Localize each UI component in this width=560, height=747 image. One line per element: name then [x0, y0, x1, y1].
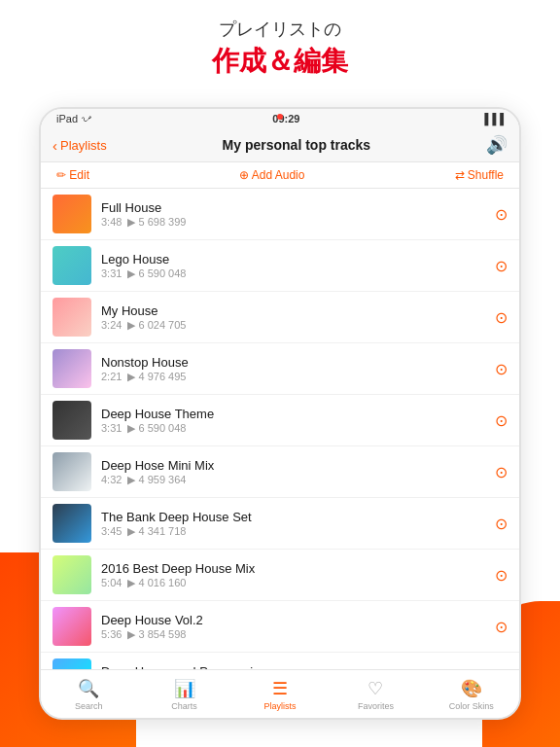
track-thumbnail — [52, 504, 91, 543]
track-info: Full House 3:48 ▶ 5 698 399 — [101, 200, 495, 229]
track-play-button[interactable]: ⊙ — [495, 360, 508, 378]
tab-bar: 🔍 Search 📊 Charts ☰ Playlists ♡ Favorite… — [41, 669, 519, 718]
page-title: 作成＆編集 — [0, 43, 560, 80]
tab-charts[interactable]: 📊 Charts — [136, 678, 231, 711]
track-name: The Bank Deep House Set — [101, 510, 495, 524]
color-skins-label: Color Skins — [449, 701, 494, 711]
tab-favorites[interactable]: ♡ Favorites — [328, 678, 423, 711]
track-play-button[interactable]: ⊙ — [495, 463, 508, 481]
track-meta: 3:31 ▶ 6 590 048 — [101, 422, 495, 435]
battery-icon: ▐▐▐ — [481, 113, 504, 124]
track-item[interactable]: Full House 3:48 ▶ 5 698 399 ⊙ — [41, 189, 519, 240]
track-info: Lego House 3:31 ▶ 6 590 048 — [101, 252, 495, 280]
track-info: My House 3:24 ▶ 6 024 705 — [101, 303, 495, 332]
track-thumbnail — [52, 298, 91, 337]
track-plays: ▶ 6 024 705 — [127, 319, 186, 332]
favorites-icon: ♡ — [368, 678, 383, 699]
search-icon: 🔍 — [78, 678, 99, 699]
color-skins-icon: 🎨 — [461, 678, 482, 699]
track-meta: 3:24 ▶ 6 024 705 — [101, 319, 495, 332]
now-playing-icon[interactable]: 🔊 — [486, 134, 508, 156]
track-list: Full House 3:48 ▶ 5 698 399 ⊙ Lego House… — [41, 189, 519, 671]
track-name: Nonstop House — [101, 355, 495, 370]
track-duration: 3:31 — [101, 422, 122, 434]
track-thumbnail — [52, 246, 91, 285]
header-section: プレイリストの 作成＆編集 — [0, 18, 560, 80]
search-label: Search — [75, 701, 103, 711]
tab-color-skins[interactable]: 🎨 Color Skins — [424, 678, 519, 711]
add-audio-button[interactable]: ⊕ Add Audio — [239, 168, 304, 182]
charts-label: Charts — [171, 701, 197, 711]
track-item[interactable]: Deep Hose Mini Mix 4:32 ▶ 4 959 364 ⊙ — [41, 446, 519, 498]
shuffle-button[interactable]: ⇄ Shuffle — [455, 168, 504, 182]
track-play-button[interactable]: ⊙ — [495, 205, 508, 224]
track-plays: ▶ 5 698 399 — [127, 216, 186, 229]
track-meta: 2:21 ▶ 4 976 495 — [101, 371, 495, 383]
track-meta: 3:31 ▶ 6 590 048 — [101, 267, 495, 280]
track-plays: ▶ 6 590 048 — [127, 422, 186, 435]
tab-playlists[interactable]: ☰ Playlists — [232, 678, 328, 711]
status-left: iPad ᜌ — [56, 113, 91, 124]
device-dot — [277, 114, 283, 120]
track-play-button[interactable]: ⊙ — [495, 257, 508, 275]
track-play-button[interactable]: ⊙ — [495, 618, 508, 636]
track-info: Deep House Theme 3:31 ▶ 6 590 048 — [101, 407, 495, 435]
track-meta: 3:48 ▶ 5 698 399 — [101, 216, 495, 229]
back-button[interactable]: ‹ Playlists — [52, 137, 107, 154]
track-play-button[interactable]: ⊙ — [495, 515, 508, 533]
track-item[interactable]: Lego House 3:31 ▶ 6 590 048 ⊙ — [41, 240, 519, 292]
track-duration: 3:45 — [101, 525, 122, 537]
track-duration: 3:48 — [101, 216, 122, 228]
track-duration: 3:31 — [101, 267, 122, 279]
page-subtitle: プレイリストの — [0, 18, 560, 41]
playlists-label: Playlists — [264, 701, 297, 711]
track-plays: ▶ 4 959 364 — [127, 474, 186, 486]
track-info: Deep House Vol.2 5:36 ▶ 3 854 598 — [101, 613, 495, 641]
track-name: Lego House — [101, 252, 495, 267]
track-thumbnail — [52, 555, 91, 594]
track-name: Deep House Theme — [101, 407, 495, 421]
track-item[interactable]: The Bank Deep House Set 3:45 ▶ 4 341 718… — [41, 498, 519, 550]
track-name: My House — [101, 303, 495, 318]
track-thumbnail — [52, 607, 91, 646]
track-meta: 5:04 ▶ 4 016 160 — [101, 577, 495, 589]
track-item[interactable]: My House 3:24 ▶ 6 024 705 ⊙ — [41, 292, 519, 343]
edit-button[interactable]: ✏ Edit — [56, 168, 89, 182]
track-meta: 3:45 ▶ 4 341 718 — [101, 525, 495, 538]
track-duration: 3:24 — [101, 319, 122, 331]
track-thumbnail — [52, 401, 91, 440]
status-right: ▐▐▐ — [481, 113, 504, 124]
nav-bar: ‹ Playlists My personal top tracks 🔊 — [41, 128, 519, 162]
track-play-button[interactable]: ⊙ — [495, 566, 508, 585]
track-item[interactable]: Deep House Vol.2 5:36 ▶ 3 854 598 ⊙ — [41, 601, 519, 653]
track-play-button[interactable]: ⊙ — [495, 411, 508, 430]
track-item[interactable]: Deep House Theme 3:31 ▶ 6 590 048 ⊙ — [41, 395, 519, 446]
track-item[interactable]: 2016 Best Deep House Mix 5:04 ▶ 4 016 16… — [41, 550, 519, 601]
track-info: 2016 Best Deep House Mix 5:04 ▶ 4 016 16… — [101, 561, 495, 589]
playlists-icon: ☰ — [272, 678, 288, 699]
favorites-label: Favorites — [358, 701, 394, 711]
track-name: Deep Hose Mini Mix — [101, 458, 495, 473]
track-plays: ▶ 4 016 160 — [127, 577, 186, 589]
track-plays: ▶ 3 854 598 — [127, 628, 186, 641]
back-label: Playlists — [60, 138, 107, 153]
action-bar: ✏ Edit ⊕ Add Audio ⇄ Shuffle — [41, 162, 519, 189]
track-info: Deep Hose Mini Mix 4:32 ▶ 4 959 364 — [101, 458, 495, 486]
track-plays: ▶ 4 976 495 — [127, 371, 186, 383]
track-play-button[interactable]: ⊙ — [495, 308, 508, 327]
track-info: Nonstop House 2:21 ▶ 4 976 495 — [101, 355, 495, 383]
track-meta: 5:36 ▶ 3 854 598 — [101, 628, 495, 641]
track-name: Full House — [101, 200, 495, 215]
track-name: Deep House Vol.2 — [101, 613, 495, 627]
track-info: The Bank Deep House Set 3:45 ▶ 4 341 718 — [101, 510, 495, 538]
track-name: 2016 Best Deep House Mix — [101, 561, 495, 576]
tab-search[interactable]: 🔍 Search — [41, 678, 136, 711]
track-item[interactable]: Nonstop House 2:21 ▶ 4 976 495 ⊙ — [41, 343, 519, 395]
nav-title: My personal top tracks — [107, 137, 486, 153]
track-thumbnail — [52, 349, 91, 388]
chevron-left-icon: ‹ — [52, 137, 57, 154]
track-duration: 2:21 — [101, 371, 122, 382]
device-mockup: iPad ᜌ 09:29 ▐▐▐ ‹ Playlists My personal… — [39, 107, 521, 720]
track-meta: 4:32 ▶ 4 959 364 — [101, 474, 495, 486]
track-thumbnail — [52, 195, 91, 233]
